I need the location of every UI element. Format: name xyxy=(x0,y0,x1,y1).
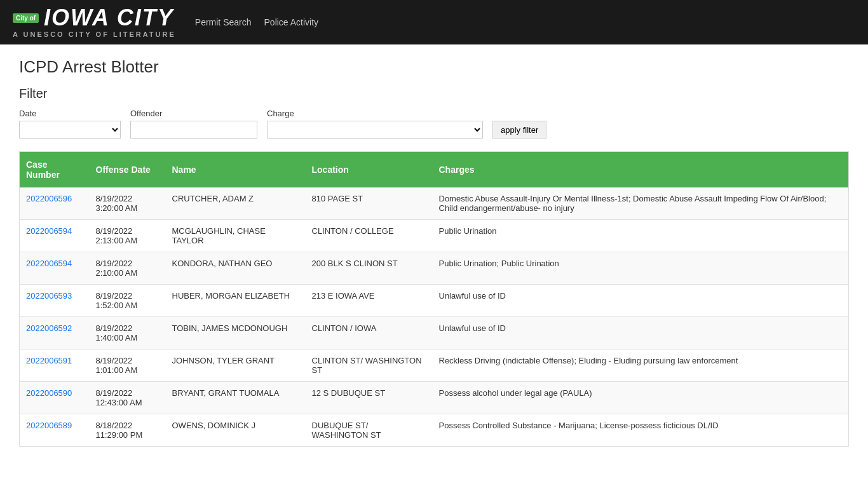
cell-charges: Unlawful use of ID xyxy=(433,285,849,317)
case-number-link[interactable]: 2022006589 xyxy=(26,421,72,430)
nav-permit-search[interactable]: Permit Search xyxy=(195,17,252,27)
cell-name: JOHNSON, TYLER GRANT xyxy=(166,349,306,382)
cell-charges: Possess alcohol under legal age (PAULA) xyxy=(433,382,849,414)
header-case-number: Case Number xyxy=(20,152,90,188)
table-row: 20220065948/19/2022 2:13:00 AMMCGLAUGHLI… xyxy=(20,220,849,252)
city-of-badge: City of xyxy=(13,13,39,23)
table-body: 20220065968/19/2022 3:20:00 AMCRUTCHER, … xyxy=(20,187,849,447)
logo-area: City of IOWA CITY A UNESCO CITY OF LITER… xyxy=(13,6,176,38)
cell-charges: Public Urination; Public Urination xyxy=(433,252,849,285)
site-header: City of IOWA CITY A UNESCO CITY OF LITER… xyxy=(0,0,868,44)
header-charges: Charges xyxy=(433,152,849,188)
cell-charges: Reckless Driving (indictable Offense); E… xyxy=(433,349,849,382)
cell-name: KONDORA, NATHAN GEO xyxy=(166,252,306,285)
case-number-link[interactable]: 2022006591 xyxy=(26,356,72,365)
case-number-link[interactable]: 2022006590 xyxy=(26,388,72,398)
cell-name: BRYANT, GRANT TUOMALA xyxy=(166,382,306,414)
filter-heading: Filter xyxy=(19,86,849,101)
cell-case-number: 2022006589 xyxy=(20,414,90,447)
case-number-link[interactable]: 2022006594 xyxy=(26,259,72,268)
cell-case-number: 2022006593 xyxy=(20,285,90,317)
date-select[interactable] xyxy=(19,121,121,139)
cell-case-number: 2022006592 xyxy=(20,317,90,349)
cell-offense-date: 8/19/2022 2:10:00 AM xyxy=(90,252,166,285)
unesco-subtitle: A UNESCO CITY OF LITERATURE xyxy=(13,30,176,38)
cell-location: 810 PAGE ST xyxy=(306,187,433,220)
header-name: Name xyxy=(166,152,306,188)
cell-offense-date: 8/19/2022 3:20:00 AM xyxy=(90,187,166,220)
filter-row: Date Offender Charge apply filter xyxy=(19,109,849,139)
case-number-link[interactable]: 2022006596 xyxy=(26,194,72,203)
charge-label: Charge xyxy=(267,109,483,118)
cell-charges: Possess Controlled Substance - Marijuana… xyxy=(433,414,849,447)
date-filter-group: Date xyxy=(19,109,121,139)
table-header: Case Number Offense Date Name Location C… xyxy=(20,152,849,188)
cell-location: CLINTON / COLLEGE xyxy=(306,220,433,252)
charge-select[interactable] xyxy=(267,121,483,139)
cell-offense-date: 8/19/2022 12:43:00 AM xyxy=(90,382,166,414)
cell-case-number: 2022006594 xyxy=(20,252,90,285)
cell-charges: Unlawful use of ID xyxy=(433,317,849,349)
cell-name: HUBER, MORGAN ELIZABETH xyxy=(166,285,306,317)
cell-name: OWENS, DOMINICK J xyxy=(166,414,306,447)
case-number-link[interactable]: 2022006592 xyxy=(26,323,72,333)
header-location: Location xyxy=(306,152,433,188)
filter-section: Filter Date Offender Charge apply filter xyxy=(19,86,849,139)
table-row: 20220065928/19/2022 1:40:00 AMTOBIN, JAM… xyxy=(20,317,849,349)
page-title: ICPD Arrest Blotter xyxy=(19,57,849,77)
charge-filter-group: Charge xyxy=(267,109,483,139)
cell-offense-date: 8/18/2022 11:29:00 PM xyxy=(90,414,166,447)
cell-location: DUBUQUE ST/ WASHINGTON ST xyxy=(306,414,433,447)
cell-case-number: 2022006596 xyxy=(20,187,90,220)
cell-location: 213 E IOWA AVE xyxy=(306,285,433,317)
cell-name: TOBIN, JAMES MCDONOUGH xyxy=(166,317,306,349)
cell-case-number: 2022006594 xyxy=(20,220,90,252)
offender-filter-group: Offender xyxy=(130,109,257,139)
table-row: 20220065898/18/2022 11:29:00 PMOWENS, DO… xyxy=(20,414,849,447)
cell-location: 12 S DUBUQUE ST xyxy=(306,382,433,414)
cell-charges: Domestic Abuse Assault-Injury Or Mental … xyxy=(433,187,849,220)
date-label: Date xyxy=(19,109,121,118)
table-row: 20220065918/19/2022 1:01:00 AMJOHNSON, T… xyxy=(20,349,849,382)
table-row: 20220065908/19/2022 12:43:00 AMBRYANT, G… xyxy=(20,382,849,414)
main-nav: Permit Search Police Activity xyxy=(195,17,318,27)
apply-filter-button[interactable]: apply filter xyxy=(492,121,546,139)
case-number-link[interactable]: 2022006593 xyxy=(26,291,72,301)
cell-offense-date: 8/19/2022 2:13:00 AM xyxy=(90,220,166,252)
nav-police-activity[interactable]: Police Activity xyxy=(264,17,319,27)
arrests-table: Case Number Offense Date Name Location C… xyxy=(19,151,849,447)
cell-case-number: 2022006591 xyxy=(20,349,90,382)
table-row: 20220065948/19/2022 2:10:00 AMKONDORA, N… xyxy=(20,252,849,285)
main-content: ICPD Arrest Blotter Filter Date Offender… xyxy=(0,44,868,459)
cell-name: MCGLAUGHLIN, CHASE TAYLOR xyxy=(166,220,306,252)
cell-location: CLINTON / IOWA xyxy=(306,317,433,349)
cell-offense-date: 8/19/2022 1:40:00 AM xyxy=(90,317,166,349)
offender-label: Offender xyxy=(130,109,257,118)
cell-offense-date: 8/19/2022 1:01:00 AM xyxy=(90,349,166,382)
iowa-city-title: IOWA CITY xyxy=(44,6,174,29)
cell-case-number: 2022006590 xyxy=(20,382,90,414)
offender-input[interactable] xyxy=(130,121,257,139)
cell-charges: Public Urination xyxy=(433,220,849,252)
header-offense-date: Offense Date xyxy=(90,152,166,188)
cell-offense-date: 8/19/2022 1:52:00 AM xyxy=(90,285,166,317)
cell-location: 200 BLK S CLINON ST xyxy=(306,252,433,285)
case-number-link[interactable]: 2022006594 xyxy=(26,226,72,236)
table-row: 20220065938/19/2022 1:52:00 AMHUBER, MOR… xyxy=(20,285,849,317)
table-row: 20220065968/19/2022 3:20:00 AMCRUTCHER, … xyxy=(20,187,849,220)
cell-name: CRUTCHER, ADAM Z xyxy=(166,187,306,220)
cell-location: CLINTON ST/ WASHINGTON ST xyxy=(306,349,433,382)
